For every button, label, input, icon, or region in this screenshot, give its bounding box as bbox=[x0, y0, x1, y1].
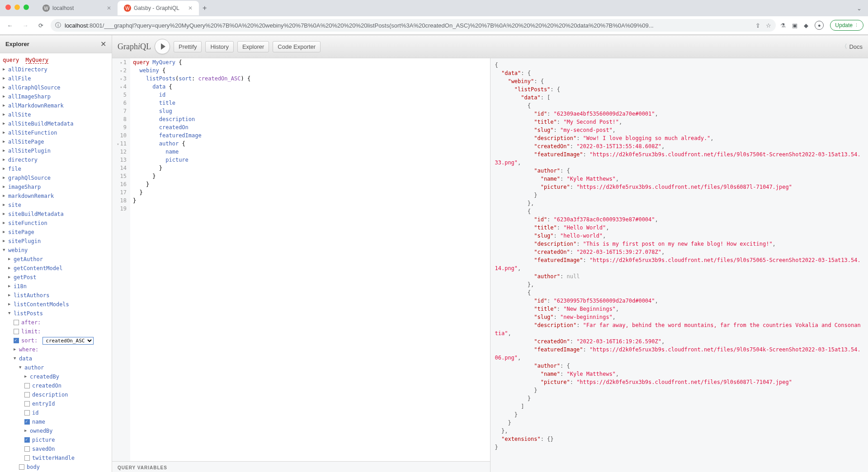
query-variables-toggle[interactable]: QUERY VARIABLES bbox=[112, 461, 490, 472]
tree-item[interactable]: ▶allFile bbox=[3, 74, 109, 83]
browser-tabs: Wlocalhost✕WGatsby - GraphiQL✕+⌄ bbox=[0, 0, 868, 16]
tree-item[interactable]: ▶getPost bbox=[3, 273, 109, 282]
code-exporter-button[interactable]: Code Exporter bbox=[273, 41, 321, 52]
extension-icon[interactable]: ▣ bbox=[792, 22, 797, 29]
tree-item[interactable]: ▶allSitePlugin bbox=[3, 146, 109, 155]
arg-where[interactable]: ▶where: bbox=[3, 345, 109, 354]
tree-item-ownedby[interactable]: ▶ownedBy bbox=[3, 426, 109, 435]
tree-item[interactable]: ▶allSiteFunction bbox=[3, 128, 109, 137]
minimize-window-icon[interactable] bbox=[14, 5, 20, 10]
history-button[interactable]: History bbox=[205, 41, 233, 52]
tree-item[interactable]: ▶i18n bbox=[3, 282, 109, 291]
editor-panes: ▾1▾2▾3▾45678910▾111213141516171819 query… bbox=[112, 58, 868, 472]
share-icon[interactable]: ⇪ bbox=[755, 22, 760, 29]
extension-icons: ⚗ ▣ ◆ ● Update ⋮ bbox=[780, 20, 863, 31]
forward-button[interactable]: → bbox=[20, 20, 31, 31]
field-checkbox[interactable]: id bbox=[3, 408, 109, 417]
tree-item[interactable]: ▶allSitePage bbox=[3, 137, 109, 146]
back-button[interactable]: ← bbox=[5, 20, 15, 31]
tree-item[interactable]: ▶file bbox=[3, 164, 109, 173]
query-editor-pane: ▾1▾2▾3▾45678910▾111213141516171819 query… bbox=[112, 58, 491, 472]
main-area: GraphiQL Prettify History Explorer Code … bbox=[112, 35, 868, 472]
tree-item[interactable]: ▶getContentModel bbox=[3, 264, 109, 273]
tree-item[interactable]: ▶allDirectory bbox=[3, 65, 109, 74]
tree-item[interactable]: ▶site bbox=[3, 201, 109, 210]
tree-item[interactable]: ▶allMarkdownRemark bbox=[3, 101, 109, 110]
tree-item[interactable]: ▶listContentModels bbox=[3, 300, 109, 309]
reload-button[interactable]: ⟳ bbox=[35, 20, 46, 31]
tree-item-listposts[interactable]: ▼listPosts bbox=[3, 309, 109, 318]
arg-after[interactable]: after: bbox=[3, 318, 109, 327]
tree-item[interactable]: ▶siteFunction bbox=[3, 219, 109, 228]
tree-item-webiny[interactable]: ▼webiny bbox=[3, 246, 109, 255]
field-checkbox[interactable]: savedOn bbox=[3, 444, 109, 453]
browser-tab[interactable]: WGatsby - GraphiQL✕ bbox=[118, 1, 199, 15]
field-checkbox[interactable]: twitterHandle bbox=[3, 453, 109, 463]
prettify-button[interactable]: Prettify bbox=[174, 41, 202, 52]
url-host: localhost bbox=[65, 22, 88, 29]
tree-item[interactable]: ▶allImageSharp bbox=[3, 92, 109, 101]
close-window-icon[interactable] bbox=[5, 5, 11, 10]
field-checkbox[interactable]: description bbox=[3, 390, 109, 399]
tree-item[interactable]: ▶imageSharp bbox=[3, 182, 109, 192]
explorer-header: Explorer ✕ bbox=[0, 35, 112, 53]
field-checkbox[interactable]: entryId bbox=[3, 399, 109, 408]
url-bar[interactable]: ⓘ localhost :8001/___graphql?query=query… bbox=[51, 19, 776, 32]
result-pane: { "data": { "webiny": { "listPosts": { "… bbox=[491, 58, 868, 472]
tree-item[interactable]: ▶allSiteBuildMetadata bbox=[3, 119, 109, 128]
tree-item[interactable]: ▶listAuthors bbox=[3, 291, 109, 300]
graphiql-logo: GraphiQL bbox=[118, 42, 151, 51]
tree-item[interactable]: ▶getAuthor bbox=[3, 255, 109, 264]
close-icon[interactable]: ✕ bbox=[100, 40, 106, 48]
arg-sort[interactable]: sort: createdOn_ASC bbox=[3, 336, 109, 345]
field-checkbox[interactable]: body bbox=[3, 463, 109, 472]
explorer-button[interactable]: Explorer bbox=[237, 41, 269, 52]
explorer-panel: Explorer ✕ query MyQuery ▶allDirectory▶a… bbox=[0, 35, 112, 472]
graphiql-app: Explorer ✕ query MyQuery ▶allDirectory▶a… bbox=[0, 35, 868, 472]
close-icon[interactable]: ✕ bbox=[107, 5, 111, 11]
close-icon[interactable]: ✕ bbox=[188, 5, 193, 11]
new-tab-button[interactable]: + bbox=[199, 2, 210, 14]
field-checkbox[interactable]: picture bbox=[3, 435, 109, 444]
nav-bar: ← → ⟳ ⓘ localhost :8001/___graphql?query… bbox=[0, 16, 868, 35]
browser-tab[interactable]: Wlocalhost✕ bbox=[36, 1, 118, 15]
tree-item[interactable]: ▶directory bbox=[3, 155, 109, 164]
tree-item-author[interactable]: ▼author bbox=[3, 363, 109, 372]
line-gutter: ▾1▾2▾3▾45678910▾111213141516171819 bbox=[112, 58, 130, 461]
bookmark-icon[interactable]: ☆ bbox=[766, 22, 771, 29]
url-path: :8001/___graphql?query=query%20MyQuery%2… bbox=[88, 22, 653, 29]
maximize-window-icon[interactable] bbox=[24, 5, 29, 10]
update-button[interactable]: Update ⋮ bbox=[830, 20, 863, 31]
tree-item[interactable]: ▶graphQlSource bbox=[3, 173, 109, 182]
extension-icon[interactable]: ◆ bbox=[804, 22, 808, 29]
tree-item-data[interactable]: ▼data bbox=[3, 354, 109, 363]
docs-button[interactable]: 〈Docs bbox=[841, 42, 863, 51]
query-editor[interactable]: ▾1▾2▾3▾45678910▾111213141516171819 query… bbox=[112, 58, 490, 461]
arg-limit[interactable]: limit: bbox=[3, 327, 109, 336]
graphiql-toolbar: GraphiQL Prettify History Explorer Code … bbox=[112, 35, 868, 58]
tree-item[interactable]: ▶allSite bbox=[3, 110, 109, 119]
explorer-tree[interactable]: query MyQuery ▶allDirectory▶allFile▶allG… bbox=[0, 53, 112, 472]
extension-icon[interactable]: ⚗ bbox=[780, 22, 786, 29]
profile-icon[interactable]: ● bbox=[815, 21, 824, 30]
sort-select[interactable]: createdOn_ASC bbox=[42, 337, 94, 345]
tree-item[interactable]: ▶markdownRemark bbox=[3, 192, 109, 201]
query-code[interactable]: query MyQuery { webiny { listPosts(sort:… bbox=[130, 58, 490, 461]
window-controls bbox=[0, 0, 34, 14]
execute-button[interactable] bbox=[155, 39, 170, 54]
tree-item[interactable]: ▶allGraphQlSource bbox=[3, 83, 109, 92]
field-checkbox[interactable]: name bbox=[3, 417, 109, 426]
explorer-title: Explorer bbox=[5, 41, 29, 47]
query-declaration: query MyQuery bbox=[3, 55, 109, 65]
field-checkbox[interactable]: createdOn bbox=[3, 381, 109, 390]
tree-item-createdby[interactable]: ▶createdBy bbox=[3, 372, 109, 381]
browser-chrome: Wlocalhost✕WGatsby - GraphiQL✕+⌄ ← → ⟳ ⓘ… bbox=[0, 0, 868, 35]
tree-item[interactable]: ▶sitePlugin bbox=[3, 237, 109, 246]
tree-item[interactable]: ▶siteBuildMetadata bbox=[3, 210, 109, 219]
result-json[interactable]: { "data": { "webiny": { "listPosts": { "… bbox=[491, 58, 868, 454]
tree-item[interactable]: ▶sitePage bbox=[3, 228, 109, 237]
chevron-down-icon[interactable]: ⌄ bbox=[850, 5, 868, 12]
